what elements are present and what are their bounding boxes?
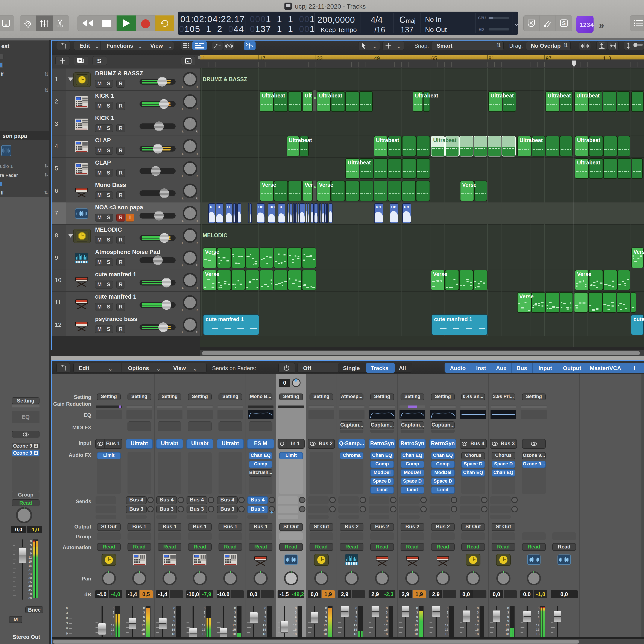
svg-text:S: S [562, 20, 566, 26]
